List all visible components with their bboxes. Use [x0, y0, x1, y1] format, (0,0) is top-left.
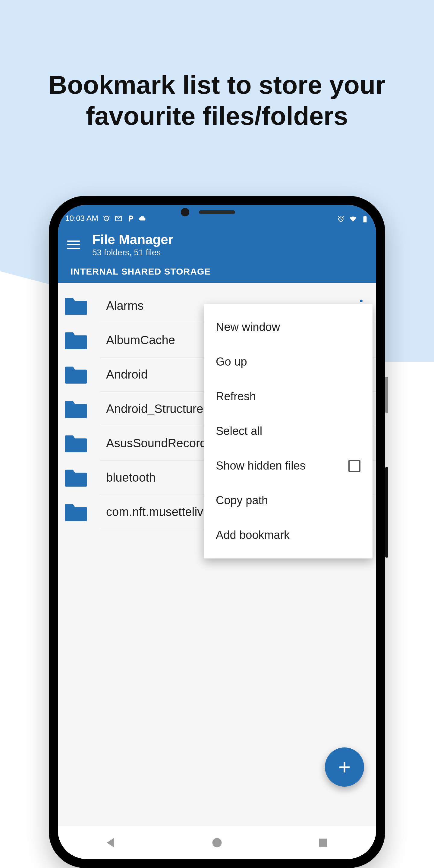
folder-icon [64, 399, 88, 419]
menu-label: Add bookmark [216, 529, 290, 541]
marketing-headline: Bookmark list to store your favourite fi… [0, 69, 434, 131]
menu-icon[interactable] [67, 238, 80, 251]
wifi-icon [349, 215, 357, 223]
menu-refresh[interactable]: Refresh [204, 379, 373, 414]
phone-frame: 10:03 AM [49, 196, 385, 868]
phone-side-button [385, 377, 388, 413]
menu-label: Select all [216, 425, 262, 438]
fab-add-button[interactable]: + [325, 747, 364, 786]
menu-label: Go up [216, 355, 247, 368]
phone-side-button [385, 467, 388, 558]
phone-camera [181, 208, 189, 216]
folder-icon [64, 296, 88, 316]
alarm-icon [337, 215, 345, 223]
menu-show-hidden[interactable]: Show hidden files [204, 448, 373, 483]
folder-icon [64, 330, 88, 350]
nav-back-icon[interactable] [104, 836, 118, 849]
folder-icon [64, 468, 88, 488]
tab-internal-storage[interactable]: INTERNAL SHARED STORAGE [70, 267, 211, 283]
content-area: AlarmsAlbumCacheAndroidAndroid_Structure… [58, 283, 376, 826]
p-icon [127, 215, 134, 222]
menu-label: Refresh [216, 390, 256, 403]
menu-label: New window [216, 321, 280, 334]
menu-copy-path[interactable]: Copy path [204, 483, 373, 518]
menu-label: Show hidden files [216, 459, 306, 472]
folder-icon [64, 502, 88, 522]
battery-icon [361, 215, 369, 223]
alarm-icon [102, 215, 110, 222]
folder-icon [64, 365, 88, 384]
app-bar: File Manager 53 folders, 51 files INTERN… [58, 225, 376, 283]
menu-select-all[interactable]: Select all [204, 414, 373, 448]
nav-home-icon[interactable] [210, 836, 224, 849]
system-nav-bar [58, 826, 376, 859]
svg-point-0 [213, 838, 222, 847]
folder-icon [64, 433, 88, 453]
screen: 10:03 AM [58, 205, 376, 859]
menu-add-bookmark[interactable]: Add bookmark [204, 518, 373, 553]
nav-recent-icon[interactable] [316, 836, 330, 849]
app-subtitle: 53 folders, 51 files [92, 248, 367, 257]
menu-new-window[interactable]: New window [204, 310, 373, 344]
status-time: 10:03 AM [65, 214, 98, 223]
cloud-icon [138, 215, 147, 222]
gmail-icon [115, 215, 122, 222]
menu-label: Copy path [216, 494, 268, 507]
checkbox-icon[interactable] [348, 460, 361, 472]
phone-speaker [199, 210, 235, 214]
overflow-menu: New window Go up Refresh Select all Show… [204, 304, 373, 558]
menu-go-up[interactable]: Go up [204, 344, 373, 379]
app-title: File Manager [92, 232, 367, 247]
plus-icon: + [338, 755, 351, 779]
status-bar: 10:03 AM [58, 205, 376, 225]
svg-rect-1 [319, 838, 327, 846]
